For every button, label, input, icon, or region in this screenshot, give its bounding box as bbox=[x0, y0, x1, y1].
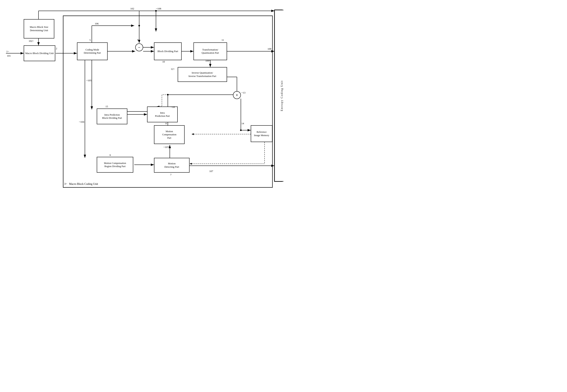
addition-circle: + bbox=[233, 91, 241, 99]
reference-image-box: ReferenceImage Memory bbox=[251, 125, 273, 142]
label-107b: 107 bbox=[209, 170, 213, 173]
label-6: 6 bbox=[110, 154, 111, 157]
label-101: 101 bbox=[7, 54, 11, 57]
label-13: ~13 bbox=[241, 91, 245, 94]
label-102a: 102~ bbox=[29, 40, 34, 42]
label-109b: 109 bbox=[267, 47, 272, 51]
intra-pred-block-box: Intra PredictionBlock Dividing Part bbox=[97, 109, 127, 124]
macro-block-dividing-label: Macro Block Dividing Unit bbox=[25, 52, 54, 55]
label-7: 7 bbox=[170, 173, 172, 176]
label-12: 12~ bbox=[171, 68, 175, 71]
label-11: 11 bbox=[221, 39, 224, 42]
inverse-quant-label: Inverse Quantization/Inverse Transformat… bbox=[189, 71, 216, 78]
intra-pred-box: IntraPrediction Part bbox=[147, 107, 178, 122]
label-8: 8 bbox=[165, 122, 167, 125]
coding-mode-box: Coding ModeDetermining Part bbox=[77, 42, 108, 60]
label-104: ~104 bbox=[79, 120, 84, 124]
reference-image-label: ReferenceImage Memory bbox=[254, 130, 269, 137]
block-dividing-label: Block Dividing Part bbox=[158, 50, 178, 53]
label-106: 106 bbox=[95, 22, 99, 25]
macro-block-coding-label: 3~ Macro Block Coding Unit bbox=[64, 182, 98, 186]
subtraction-circle: − bbox=[135, 43, 143, 51]
label-109a: 109~ bbox=[205, 59, 211, 62]
transformation-box: Transformation/Quantization Part bbox=[193, 42, 227, 60]
label-2: 2 bbox=[56, 47, 57, 50]
motion-comp-box: MotionCompensationPart bbox=[154, 125, 185, 144]
label-10: 10 bbox=[162, 60, 165, 63]
label-16: ~16 bbox=[171, 106, 175, 109]
label-102b: 102 bbox=[130, 7, 134, 10]
macro-block-size-label: Macro Block Size Determining Unit bbox=[24, 26, 54, 32]
label-107a: ~107 bbox=[163, 146, 169, 149]
motion-detecting-label: MotionDetecting Part bbox=[164, 162, 179, 169]
motion-comp-region-label: Motion CompensationRegion Dividing Part bbox=[104, 162, 126, 168]
label-1: 1~ bbox=[6, 50, 9, 53]
svg-point-21 bbox=[138, 25, 140, 27]
inverse-quant-box: Inverse Quantization/Inverse Transformat… bbox=[178, 67, 227, 82]
svg-point-42 bbox=[240, 129, 242, 131]
label-15: 15 bbox=[105, 105, 108, 108]
entropy-coding-box: Entropy Coding Unit bbox=[275, 10, 284, 182]
entropy-coding-label: Entropy Coding Unit bbox=[280, 80, 284, 111]
intra-pred-block-label: Intra PredictionBlock Dividing Part bbox=[102, 113, 122, 120]
label-9: 9 bbox=[137, 39, 139, 42]
transformation-label: Transformation/Quantization Part bbox=[202, 48, 219, 55]
intra-pred-label: IntraPrediction Part bbox=[155, 111, 170, 118]
coding-mode-label: Coding ModeDetermining Part bbox=[84, 48, 101, 55]
motion-detecting-box: MotionDetecting Part bbox=[154, 158, 189, 173]
label-14: 14 bbox=[241, 122, 244, 125]
motion-comp-region-box: Motion CompensationRegion Dividing Part bbox=[97, 157, 133, 173]
label-108: ~108 bbox=[156, 7, 161, 10]
block-dividing-box: Block Dividing Part bbox=[154, 42, 182, 60]
macro-block-dividing-box: Macro Block Dividing Unit bbox=[24, 45, 55, 61]
label-5: 5 bbox=[89, 39, 91, 42]
macro-block-size-box: Macro Block Size Determining Unit bbox=[24, 19, 54, 39]
motion-comp-label: MotionCompensationPart bbox=[162, 130, 176, 140]
label-105: ~105 bbox=[86, 79, 92, 82]
